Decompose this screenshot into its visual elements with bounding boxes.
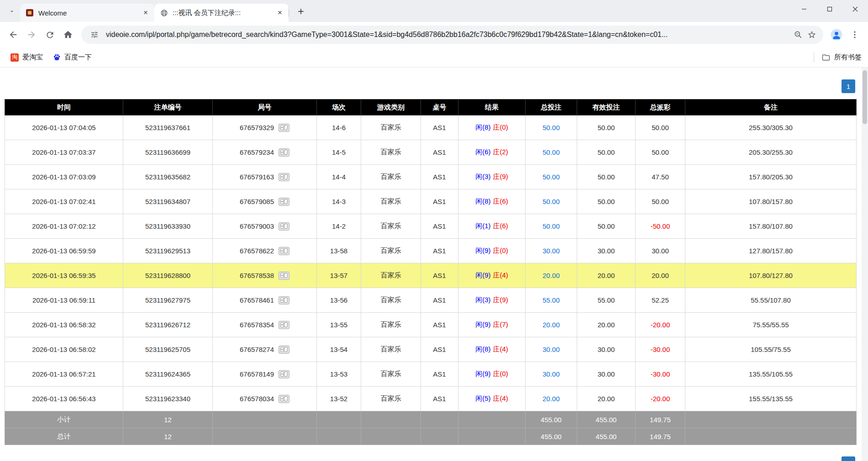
cell-session: 14-2 <box>317 214 361 239</box>
cell-bet-id: 523119628800 <box>123 263 213 288</box>
cell-total-bet[interactable]: 50.00 <box>526 189 577 214</box>
cell-result: 闲(6)庄(2) <box>458 140 526 165</box>
table-header-row: 时间 注单编号 局号 场次 游戏类别 桌号 结果 总投注 有效投注 总派彩 备注 <box>5 100 857 115</box>
cell-table-no: AS1 <box>421 263 458 288</box>
replay-cards-icon[interactable] <box>279 321 289 329</box>
round-number: 676578354 <box>240 321 274 329</box>
page-content: 1 时间 注单编号 局号 场次 游戏类别 桌号 结果 总投注 有效投注 总 <box>0 68 868 461</box>
replay-cards-icon[interactable] <box>279 395 289 403</box>
new-tab-button[interactable]: + <box>293 4 309 19</box>
replay-cards-icon[interactable] <box>279 173 289 181</box>
cell-game-type: 百家乐 <box>361 239 421 263</box>
welcome-favicon-icon <box>26 9 34 17</box>
zoom-icon[interactable] <box>791 28 805 42</box>
replay-cards-icon[interactable] <box>279 148 289 157</box>
cell-bet-id: 523119629513 <box>123 239 213 263</box>
cell-round: 676579234 <box>213 140 317 165</box>
bookmark-aitaobao[interactable]: 淘 爱淘宝 <box>6 51 47 64</box>
subtotal-label: 小计 <box>5 411 123 428</box>
cell-table-no: AS1 <box>421 239 458 263</box>
cell-bet-id: 523119636699 <box>123 140 213 165</box>
maximize-button[interactable] <box>817 0 842 18</box>
cell-result: 闲(8)庄(0) <box>458 115 526 140</box>
replay-cards-icon[interactable] <box>279 198 289 206</box>
result-banker: 庄(4) <box>493 271 508 279</box>
empty-cell <box>213 411 317 428</box>
bookmark-baidu[interactable]: 百度一下 <box>49 51 96 64</box>
cell-bet-id: 523119627975 <box>123 288 213 313</box>
minimize-button[interactable] <box>791 0 817 18</box>
cell-round: 676578538 <box>213 263 317 288</box>
result-player: 闲(6) <box>475 148 490 156</box>
browser-window: Welcome × :::视讯 会员下注纪录::: × + <box>0 0 868 461</box>
all-bookmarks-label[interactable]: 所有书签 <box>834 53 862 62</box>
cell-total-bet[interactable]: 50.00 <box>526 115 577 140</box>
tab-welcome[interactable]: Welcome × <box>20 4 154 22</box>
cell-total-bet[interactable]: 50.00 <box>526 214 577 239</box>
bookmark-star-icon[interactable] <box>805 28 819 42</box>
replay-cards-icon[interactable] <box>279 247 289 255</box>
tab-close-icon[interactable]: × <box>141 8 151 18</box>
cell-game-type: 百家乐 <box>361 214 421 239</box>
close-button[interactable] <box>842 0 868 18</box>
cell-total-bet[interactable]: 55.00 <box>526 288 577 313</box>
cell-note: 127.80/157.80 <box>685 239 857 263</box>
pagination-bottom-partial[interactable]: 1 <box>842 456 855 461</box>
forward-button[interactable] <box>23 26 40 43</box>
reload-button[interactable] <box>41 26 58 43</box>
cell-total-bet[interactable]: 30.00 <box>526 337 577 362</box>
url-bar[interactable]: videoie.com/ipl/portal.php/game/betrecor… <box>81 26 823 44</box>
cell-game-type: 百家乐 <box>361 165 421 189</box>
cell-time: 2026-01-13 07:02:12 <box>5 214 123 239</box>
replay-cards-icon[interactable] <box>279 272 289 280</box>
cell-total-bet[interactable]: 20.00 <box>526 387 577 411</box>
cell-result: 闲(3)庄(9) <box>458 165 526 189</box>
home-button[interactable] <box>59 26 77 43</box>
cell-total-bet[interactable]: 20.00 <box>526 263 577 288</box>
cell-time: 2026-01-13 06:59:35 <box>5 263 123 288</box>
site-settings-icon[interactable] <box>88 28 101 42</box>
tab-close-icon[interactable]: × <box>275 8 285 18</box>
scrollbar-thumb[interactable] <box>863 70 867 124</box>
folder-icon <box>821 53 831 62</box>
cell-table-no: AS1 <box>421 189 458 214</box>
cell-valid-bet: 50.00 <box>577 189 636 214</box>
replay-cards-icon[interactable] <box>279 124 289 132</box>
result-player: 闲(8) <box>475 197 490 205</box>
pagination-page-1[interactable]: 1 <box>842 79 855 93</box>
url-text[interactable]: videoie.com/ipl/portal.php/game/betrecor… <box>106 31 787 39</box>
subtotal-valid-bet: 455.00 <box>577 411 636 428</box>
cell-note: 107.80/157.80 <box>685 189 857 214</box>
empty-cell <box>458 411 526 428</box>
cell-total-bet[interactable]: 30.00 <box>526 362 577 387</box>
replay-cards-icon[interactable] <box>279 346 289 354</box>
replay-cards-icon[interactable] <box>279 222 289 230</box>
back-button[interactable] <box>5 26 22 43</box>
round-number: 676578274 <box>240 346 274 353</box>
col-round: 局号 <box>213 100 317 115</box>
replay-cards-icon[interactable] <box>279 296 289 304</box>
page-scrollbar[interactable] <box>862 68 868 461</box>
cell-total-bet[interactable]: 50.00 <box>526 165 577 189</box>
cell-total-bet[interactable]: 30.00 <box>526 239 577 263</box>
result-banker: 庄(6) <box>493 197 508 205</box>
result-player: 闲(5) <box>475 394 490 402</box>
cell-total-bet[interactable]: 50.00 <box>526 140 577 165</box>
empty-cell <box>361 428 421 445</box>
cell-table-no: AS1 <box>421 214 458 239</box>
cell-total-bet[interactable]: 20.00 <box>526 313 577 337</box>
round-number: 676579085 <box>240 198 274 205</box>
tab-betrecord[interactable]: :::视讯 会员下注纪录::: × <box>154 4 289 22</box>
replay-cards-icon[interactable] <box>279 370 289 378</box>
cell-note: 105.55/75.55 <box>685 337 857 362</box>
empty-cell <box>361 411 421 428</box>
round-number: 676579329 <box>240 124 274 131</box>
tab-search-icon[interactable] <box>5 5 18 18</box>
cell-note: 157.80/107.80 <box>685 214 857 239</box>
profile-avatar[interactable] <box>828 26 845 43</box>
cell-valid-bet: 30.00 <box>577 337 636 362</box>
subtotal-count: 12 <box>123 411 213 428</box>
cell-time: 2026-01-13 07:02:41 <box>5 189 123 214</box>
cell-session: 13-56 <box>317 288 361 313</box>
menu-dots-icon[interactable] <box>846 26 863 43</box>
